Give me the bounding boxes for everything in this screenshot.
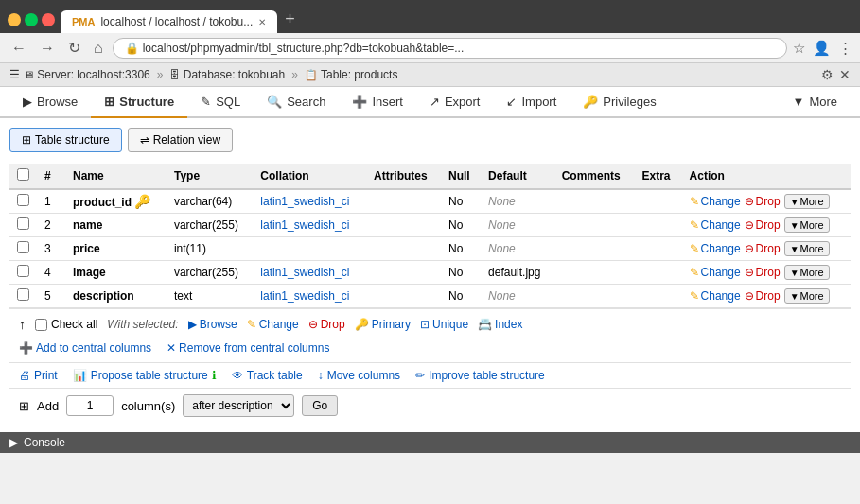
row-checkbox-3[interactable]: [17, 265, 29, 277]
toolbar-unique-icon: ⊡: [420, 318, 430, 331]
sidebar-toggle-icon[interactable]: ☰: [9, 68, 20, 81]
col-num-2: 3: [37, 237, 65, 261]
row-checkbox-2[interactable]: [17, 241, 29, 253]
bookmark-icon[interactable]: ☆: [793, 40, 805, 57]
row-checkbox-0[interactable]: [17, 194, 29, 206]
forward-button[interactable]: →: [36, 38, 59, 59]
col-attributes-3: [366, 261, 441, 285]
db-breadcrumb[interactable]: 🗄 Database: tokobuah: [169, 68, 285, 81]
toolbar-primary-link[interactable]: 🔑 Primary: [355, 318, 411, 331]
tab-search[interactable]: 🔍 Search: [254, 87, 339, 118]
central-columns-toolbar: ➕ Add to central columns ✕ Remove from c…: [9, 339, 851, 362]
change-link-0[interactable]: ✎ Change: [690, 195, 741, 208]
pencil-icon-2: ✎: [690, 242, 699, 255]
col-comments-4: [554, 285, 635, 308]
col-default-4: None: [481, 285, 554, 308]
col-collation-1: latin1_swedish_ci: [253, 214, 366, 237]
tab-export[interactable]: ↗ Export: [416, 87, 494, 118]
tab-sql[interactable]: ✎ SQL: [187, 87, 254, 118]
more-button-3[interactable]: ▼ More: [784, 265, 830, 280]
more-button-0[interactable]: ▼ More: [784, 194, 830, 209]
tab-browse[interactable]: ▶ Browse: [9, 87, 91, 118]
home-button[interactable]: ⌂: [90, 38, 107, 59]
check-all-checkbox[interactable]: [35, 319, 47, 331]
collapse-button[interactable]: ✕: [839, 67, 851, 82]
drop-link-1[interactable]: ⊖ Drop: [745, 218, 781, 232]
select-all-checkbox[interactable]: [17, 168, 29, 181]
tab-bar: PMA localhost / localhost / tokobu... ✕ …: [61, 6, 852, 33]
add-position-select[interactable]: after description: [183, 394, 294, 417]
toolbar-browse-link[interactable]: ▶ Browse: [188, 318, 237, 331]
propose-link[interactable]: 📊 Propose table structure ℹ: [73, 369, 217, 382]
content-area: ⊞ Table structure ⇌ Relation view # Name…: [0, 118, 860, 432]
more-chevron-icon-0: ▼: [790, 197, 799, 207]
add-central-icon: ➕: [19, 341, 33, 355]
table-structure-icon: ⊞: [22, 133, 31, 147]
add-to-central-link[interactable]: ➕ Add to central columns: [19, 341, 151, 355]
toolbar-change-link[interactable]: ✎ Change: [247, 318, 299, 331]
sub-tab-table-structure[interactable]: ⊞ Table structure: [9, 128, 122, 152]
improve-link[interactable]: ✏ Improve table structure: [415, 369, 545, 382]
minimize-button[interactable]: [8, 13, 21, 26]
tab-import[interactable]: ↙ Import: [493, 87, 570, 118]
drop-link-2[interactable]: ⊖ Drop: [745, 242, 781, 255]
more-button-4[interactable]: ▼ More: [784, 288, 830, 304]
drop-link-3[interactable]: ⊖ Drop: [745, 266, 781, 279]
tab-close-icon[interactable]: ✕: [258, 17, 266, 27]
col-null-1: No: [441, 214, 481, 237]
more-button-2[interactable]: ▼ More: [784, 241, 830, 256]
row-checkbox-1[interactable]: [17, 217, 29, 230]
move-columns-link[interactable]: ↕ Move columns: [318, 369, 400, 382]
active-tab[interactable]: PMA localhost / localhost / tokobu... ✕: [61, 10, 277, 33]
sub-tab-relation-view[interactable]: ⇌ Relation view: [128, 128, 233, 152]
more-button-1[interactable]: ▼ More: [784, 217, 830, 233]
url-bar[interactable]: 🔒 localhost/phpmyadmin/tbl_structure.php…: [113, 38, 787, 59]
row-checkbox-4[interactable]: [17, 288, 29, 301]
print-icon: 🖨: [19, 369, 30, 382]
print-link[interactable]: 🖨 Print: [19, 369, 58, 382]
check-all-text: Check all: [51, 318, 97, 331]
pencil-icon-4: ✎: [690, 289, 699, 303]
remove-from-central-link[interactable]: ✕ Remove from central columns: [167, 341, 329, 355]
change-link-1[interactable]: ✎ Change: [690, 218, 741, 232]
console-toggle-icon: ▶: [9, 436, 18, 449]
maximize-button[interactable]: [25, 13, 38, 26]
close-button[interactable]: [42, 13, 55, 26]
more-chevron-icon-1: ▼: [790, 220, 799, 231]
profile-icon[interactable]: 👤: [813, 40, 831, 57]
change-link-4[interactable]: ✎ Change: [690, 289, 741, 303]
toolbar-drop-link[interactable]: ⊖ Drop: [308, 318, 345, 331]
tab-insert[interactable]: ➕ Insert: [339, 87, 416, 118]
toolbar-index-link[interactable]: 📇 Index: [478, 318, 522, 331]
breadcrumb-sep-1: »: [157, 68, 164, 81]
col-comments-2: [554, 237, 635, 261]
col-null-2: No: [441, 237, 481, 261]
tab-privileges[interactable]: 🔑 Privileges: [570, 87, 669, 118]
col-name-0: product_id 🔑: [65, 189, 167, 214]
tab-title: localhost / localhost / tokobu...: [100, 15, 253, 28]
new-tab-button[interactable]: +: [277, 6, 303, 33]
browse-icon: ▶: [23, 95, 32, 109]
footer-actions: 🖨 Print 📊 Propose table structure ℹ 👁 Tr…: [9, 362, 851, 388]
track-table-link[interactable]: 👁 Track table: [232, 369, 303, 382]
drop-link-4[interactable]: ⊖ Drop: [745, 289, 781, 303]
toolbar-unique-link[interactable]: ⊡ Unique: [420, 318, 468, 331]
back-button[interactable]: ←: [8, 38, 30, 59]
menu-icon[interactable]: ⋮: [838, 40, 852, 57]
settings-gear-button[interactable]: ⚙: [821, 67, 834, 82]
tab-structure[interactable]: ⊞ Structure: [91, 87, 187, 118]
change-link-2[interactable]: ✎ Change: [690, 242, 741, 255]
check-all-label[interactable]: Check all: [35, 318, 97, 331]
toolbar-key-icon: 🔑: [355, 318, 369, 331]
refresh-button[interactable]: ↻: [64, 37, 84, 59]
console-bar[interactable]: ▶ Console: [0, 432, 860, 453]
change-link-3[interactable]: ✎ Change: [690, 266, 741, 279]
go-button[interactable]: Go: [302, 395, 338, 416]
col-type-3: varchar(255): [167, 261, 253, 285]
drop-link-0[interactable]: ⊖ Drop: [745, 195, 781, 208]
add-column-input[interactable]: [66, 395, 114, 416]
server-breadcrumb[interactable]: 🖥 Server: localhost:3306: [24, 68, 150, 81]
tab-more[interactable]: ▼ More: [780, 87, 851, 118]
window-controls: [8, 13, 55, 26]
col-comments-1: [554, 214, 635, 237]
